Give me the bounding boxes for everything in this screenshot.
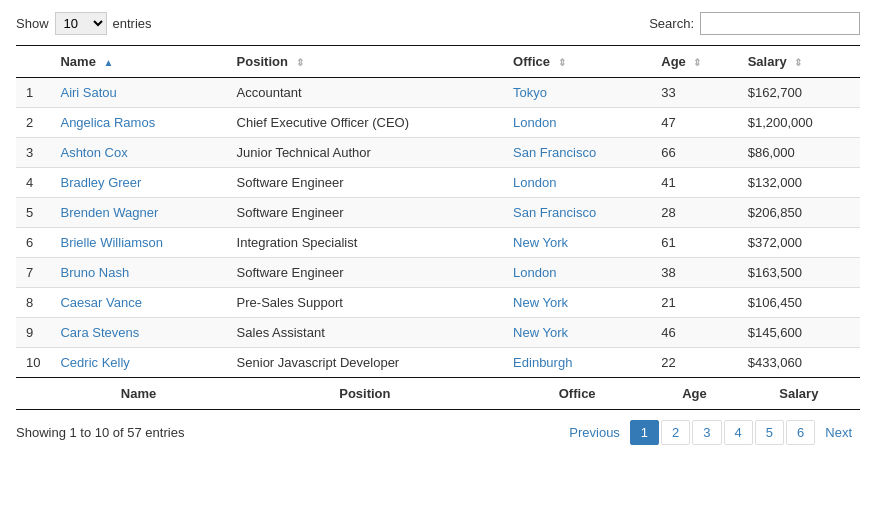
cell-num: 5 [16,198,50,228]
cell-name[interactable]: Angelica Ramos [50,108,226,138]
cell-position: Chief Executive Officer (CEO) [227,108,504,138]
col-position[interactable]: Position [227,46,504,78]
col-age[interactable]: Age [651,46,737,78]
page-3[interactable]: 3 [692,420,721,445]
cell-office: New York [503,318,651,348]
cell-salary: $132,000 [738,168,860,198]
cell-num: 6 [16,228,50,258]
cell-salary: $162,700 [738,78,860,108]
cell-age: 28 [651,198,737,228]
cell-office: Tokyo [503,78,651,108]
cell-num: 10 [16,348,50,378]
table-header-row: Name Position Office Age Salary [16,46,860,78]
cell-name[interactable]: Brielle Williamson [50,228,226,258]
data-table: Name Position Office Age Salary 1Airi Sa… [16,45,860,410]
search-input[interactable] [700,12,860,35]
cell-office: New York [503,228,651,258]
show-select[interactable]: 10 25 50 100 [55,12,107,35]
search-label: Search: [649,16,694,31]
cell-num: 9 [16,318,50,348]
cell-name[interactable]: Brenden Wagner [50,198,226,228]
table-row: 10Cedric KellySenior Javascript Develope… [16,348,860,378]
cell-name[interactable]: Caesar Vance [50,288,226,318]
col-salary[interactable]: Salary [738,46,860,78]
cell-office: Edinburgh [503,348,651,378]
footer-salary[interactable]: Salary [738,378,860,410]
table-row: 8Caesar VancePre-Sales SupportNew York21… [16,288,860,318]
col-name[interactable]: Name [50,46,226,78]
footer-name[interactable]: Name [50,378,226,410]
table-footer-row: Name Position Office Age Salary [16,378,860,410]
cell-salary: $206,850 [738,198,860,228]
cell-salary: $106,450 [738,288,860,318]
footer-num [16,378,50,410]
cell-name[interactable]: Ashton Cox [50,138,226,168]
cell-age: 21 [651,288,737,318]
next-button[interactable]: Next [817,421,860,444]
cell-office: London [503,168,651,198]
cell-position: Integration Specialist [227,228,504,258]
footer-age[interactable]: Age [651,378,737,410]
table-row: 9Cara StevensSales AssistantNew York46$1… [16,318,860,348]
page-6[interactable]: 6 [786,420,815,445]
cell-name[interactable]: Airi Satou [50,78,226,108]
cell-salary: $86,000 [738,138,860,168]
footer-position[interactable]: Position [227,378,504,410]
table-row: 5Brenden WagnerSoftware EngineerSan Fran… [16,198,860,228]
cell-name[interactable]: Cara Stevens [50,318,226,348]
pagination: Previous 1 2 3 4 5 6 Next [561,420,860,445]
cell-salary: $433,060 [738,348,860,378]
cell-position: Software Engineer [227,258,504,288]
cell-position: Software Engineer [227,168,504,198]
page-2[interactable]: 2 [661,420,690,445]
cell-office: San Francisco [503,198,651,228]
table-row: 1Airi SatouAccountantTokyo33$162,700 [16,78,860,108]
cell-age: 66 [651,138,737,168]
cell-office: San Francisco [503,138,651,168]
cell-age: 47 [651,108,737,138]
page-1[interactable]: 1 [630,420,659,445]
page-5[interactable]: 5 [755,420,784,445]
cell-position: Software Engineer [227,198,504,228]
cell-position: Junior Technical Author [227,138,504,168]
cell-salary: $372,000 [738,228,860,258]
show-label: Show [16,16,49,31]
cell-name[interactable]: Bradley Greer [50,168,226,198]
cell-position: Pre-Sales Support [227,288,504,318]
entries-label: entries [113,16,152,31]
cell-age: 41 [651,168,737,198]
table-row: 3Ashton CoxJunior Technical AuthorSan Fr… [16,138,860,168]
cell-position: Senior Javascript Developer [227,348,504,378]
col-num[interactable] [16,46,50,78]
cell-num: 4 [16,168,50,198]
cell-salary: $145,600 [738,318,860,348]
cell-salary: $163,500 [738,258,860,288]
showing-info: Showing 1 to 10 of 57 entries [16,425,184,440]
col-office[interactable]: Office [503,46,651,78]
cell-num: 2 [16,108,50,138]
cell-salary: $1,200,000 [738,108,860,138]
search-box: Search: [649,12,860,35]
prev-button[interactable]: Previous [561,421,628,444]
cell-age: 61 [651,228,737,258]
cell-num: 8 [16,288,50,318]
page-4[interactable]: 4 [724,420,753,445]
footer-office[interactable]: Office [503,378,651,410]
top-controls: Show 10 25 50 100 entries Search: [16,12,860,35]
table-row: 7Bruno NashSoftware EngineerLondon38$163… [16,258,860,288]
cell-age: 38 [651,258,737,288]
cell-office: New York [503,288,651,318]
cell-num: 3 [16,138,50,168]
cell-office: London [503,108,651,138]
cell-position: Accountant [227,78,504,108]
cell-age: 22 [651,348,737,378]
cell-num: 7 [16,258,50,288]
cell-name[interactable]: Cedric Kelly [50,348,226,378]
cell-name[interactable]: Bruno Nash [50,258,226,288]
show-entries: Show 10 25 50 100 entries [16,12,152,35]
cell-age: 33 [651,78,737,108]
cell-age: 46 [651,318,737,348]
bottom-controls: Showing 1 to 10 of 57 entries Previous 1… [16,420,860,445]
cell-office: London [503,258,651,288]
cell-num: 1 [16,78,50,108]
